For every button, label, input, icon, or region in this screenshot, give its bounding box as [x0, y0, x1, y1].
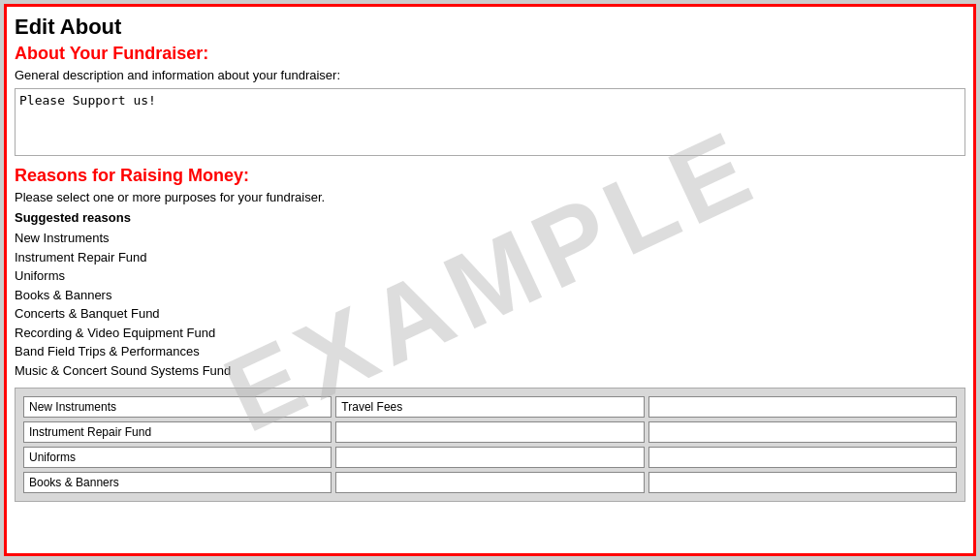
reason-input-row1-col0[interactable] — [23, 421, 332, 443]
reason-input-row3-col0[interactable] — [23, 472, 332, 493]
reason-input-row2-col1[interactable] — [335, 447, 644, 468]
suggested-reason-item[interactable]: Music & Concert Sound Systems Fund — [15, 361, 965, 381]
suggested-reasons-list: New InstrumentsInstrument Repair FundUni… — [15, 229, 965, 380]
reason-input-row1-col1[interactable] — [335, 421, 644, 443]
reason-input-row3-col2[interactable] — [648, 472, 957, 493]
main-container: EXAMPLE Edit About About Your Fundraiser… — [4, 4, 976, 556]
reason-input-row3-col1[interactable] — [335, 472, 644, 493]
reason-input-row0-col2[interactable] — [648, 396, 957, 418]
reasons-section: Reasons for Raising Money: Please select… — [15, 166, 965, 380]
about-textarea[interactable]: Please Support us! — [15, 88, 965, 156]
reason-input-row1-col2[interactable] — [648, 421, 957, 443]
suggested-reason-item[interactable]: Recording & Video Equipment Fund — [15, 324, 965, 343]
page-title: Edit About — [15, 15, 965, 40]
reasons-heading: Reasons for Raising Money: — [15, 166, 965, 186]
about-heading: About Your Fundraiser: — [15, 44, 965, 64]
reason-input-row0-col1[interactable] — [335, 396, 644, 418]
selected-reasons-grid — [15, 388, 965, 502]
suggested-reason-item[interactable]: Concerts & Banquet Fund — [15, 304, 965, 324]
suggested-reason-item[interactable]: Books & Banners — [15, 286, 965, 305]
reason-input-row2-col0[interactable] — [23, 447, 332, 468]
reasons-description: Please select one or more purposes for y… — [15, 190, 965, 204]
reason-input-row0-col0[interactable] — [23, 396, 332, 418]
suggested-reason-item[interactable]: Uniforms — [15, 266, 965, 286]
suggested-reason-item[interactable]: New Instruments — [15, 229, 965, 248]
suggested-label: Suggested reasons — [15, 210, 965, 225]
about-description: General description and information abou… — [15, 68, 965, 82]
suggested-reason-item[interactable]: Band Field Trips & Performances — [15, 342, 965, 361]
reason-input-row2-col2[interactable] — [648, 447, 957, 468]
suggested-reason-item[interactable]: Instrument Repair Fund — [15, 248, 965, 267]
